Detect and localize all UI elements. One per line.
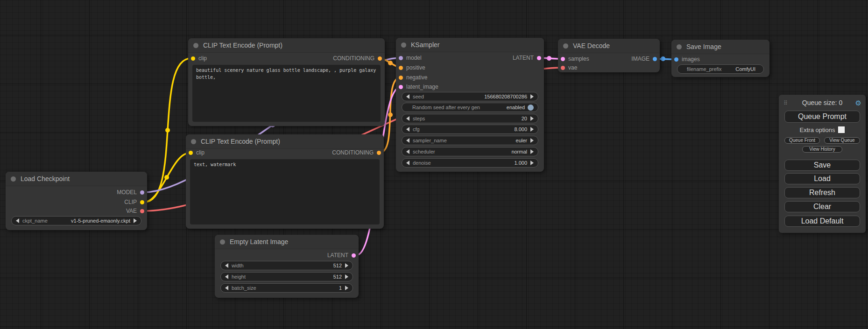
extra-options-label: Extra options	[800, 126, 835, 133]
refresh-button[interactable]: Refresh	[784, 187, 860, 198]
images-input-port[interactable]	[674, 57, 678, 62]
ckpt-name-widget[interactable]: ckpt_name v1-5-pruned-emaonly.ckpt	[11, 216, 141, 225]
load-button[interactable]: Load	[784, 173, 860, 184]
batch-size-widget[interactable]: batch_size 1	[220, 283, 353, 293]
decrement-arrow-icon[interactable]	[225, 274, 228, 279]
denoise-widget[interactable]: denoise 1.000	[402, 158, 538, 168]
node-empty-latent-image[interactable]: Empty Latent Image LATENT width 512 heig…	[215, 235, 359, 298]
input-clip: clip	[189, 149, 205, 156]
queue-front-button[interactable]: Queue Front	[784, 137, 820, 144]
collapse-dot-icon[interactable]	[191, 139, 196, 144]
collapse-dot-icon[interactable]	[220, 239, 225, 245]
samples-input-port[interactable]	[561, 57, 565, 61]
decrement-arrow-icon[interactable]	[406, 94, 409, 99]
decrement-arrow-icon[interactable]	[225, 263, 228, 268]
clip-output-port[interactable]	[140, 200, 144, 204]
cfg-widget[interactable]: cfg 8.000	[402, 125, 538, 134]
output-latent: LATENT	[513, 54, 541, 62]
negative-prompt-textarea[interactable]: text, watermark	[190, 159, 380, 224]
increment-arrow-icon[interactable]	[530, 149, 534, 154]
save-button[interactable]: Save	[784, 160, 860, 171]
node-clip-text-encode-negative[interactable]: CLIP Text Encode (Prompt) clip CONDITION…	[186, 134, 384, 229]
latent-output-port[interactable]	[537, 56, 541, 60]
filename-prefix-widget[interactable]: filename_prefix ComfyUI	[677, 64, 764, 74]
clear-button[interactable]: Clear	[784, 201, 860, 212]
load-default-button[interactable]: Load Default	[784, 216, 860, 227]
positive-input-port[interactable]	[399, 66, 403, 70]
increment-arrow-icon[interactable]	[345, 263, 348, 268]
comfyui-canvas[interactable]: { "colors": { "model_port": "#B39DDB", "…	[0, 0, 868, 329]
increment-arrow-icon[interactable]	[530, 138, 534, 143]
toggle-enabled-icon[interactable]	[528, 105, 534, 111]
input-vae: vae	[561, 64, 577, 71]
positive-prompt-textarea[interactable]: beautiful scenery nature glass bottle la…	[192, 65, 381, 122]
clip-input-port[interactable]	[189, 151, 193, 155]
negative-input-port[interactable]	[399, 76, 403, 80]
increment-arrow-icon[interactable]	[345, 274, 348, 279]
view-history-button[interactable]: View History	[802, 146, 842, 153]
collapse-dot-icon[interactable]	[11, 176, 16, 182]
decrement-arrow-icon[interactable]	[406, 161, 409, 165]
node-title-bar[interactable]: Save Image	[671, 40, 769, 54]
increment-arrow-icon[interactable]	[530, 116, 534, 121]
sampler-name-widget[interactable]: sampler_name euler	[402, 136, 538, 145]
decrement-arrow-icon[interactable]	[225, 286, 228, 290]
decrement-arrow-icon[interactable]	[406, 149, 409, 154]
node-title: KSampler	[411, 41, 439, 49]
output-latent: LATENT	[327, 252, 356, 259]
node-title-bar[interactable]: Load Checkpoint	[6, 172, 147, 186]
model-output-port[interactable]	[140, 190, 144, 195]
collapse-dot-icon[interactable]	[193, 43, 198, 48]
conditioning-output-port[interactable]	[378, 56, 382, 61]
node-ksampler[interactable]: KSampler model positive negative latent_…	[396, 38, 544, 172]
node-title-bar[interactable]: Empty Latent Image	[215, 235, 359, 249]
increment-arrow-icon[interactable]	[530, 127, 534, 132]
increment-arrow-icon[interactable]	[530, 94, 534, 99]
queue-size-label: Queue size: 0	[779, 99, 866, 106]
latent-output-port[interactable]	[352, 253, 356, 258]
seed-widget[interactable]: seed 156680208700286	[402, 92, 538, 101]
node-title-bar[interactable]: CLIP Text Encode (Prompt)	[188, 38, 385, 53]
node-title-bar[interactable]: CLIP Text Encode (Prompt)	[186, 134, 384, 149]
decrement-arrow-icon[interactable]	[406, 116, 409, 121]
height-widget[interactable]: height 512	[220, 272, 353, 281]
view-queue-button[interactable]: View Queue	[824, 137, 860, 144]
output-model: MODEL	[117, 189, 144, 196]
clip-input-port[interactable]	[191, 56, 195, 61]
output-conditioning: CONDITIONING	[333, 55, 382, 62]
node-vae-decode[interactable]: VAE Decode samples vae IMAGE	[558, 39, 660, 72]
decrement-arrow-icon[interactable]	[406, 127, 409, 132]
increment-arrow-icon[interactable]	[345, 286, 348, 290]
model-input-port[interactable]	[399, 56, 403, 60]
increment-arrow-icon[interactable]	[530, 161, 534, 165]
node-title-bar[interactable]: VAE Decode	[558, 39, 660, 53]
vae-input-port[interactable]	[561, 66, 565, 70]
collapse-dot-icon[interactable]	[401, 42, 406, 48]
node-title: Save Image	[686, 43, 721, 50]
queue-prompt-button[interactable]: Queue Prompt	[784, 111, 860, 123]
node-clip-text-encode-positive[interactable]: CLIP Text Encode (Prompt) clip CONDITION…	[188, 38, 385, 126]
steps-widget[interactable]: steps 20	[402, 114, 538, 123]
scheduler-widget[interactable]: scheduler normal	[402, 147, 538, 156]
node-title-bar[interactable]: KSampler	[396, 38, 544, 52]
decrement-arrow-icon[interactable]	[406, 138, 409, 143]
extra-options-checkbox[interactable]	[838, 126, 845, 133]
conditioning-output-port[interactable]	[377, 151, 381, 155]
input-model: model	[399, 54, 422, 62]
collapse-dot-icon[interactable]	[677, 44, 682, 49]
collapse-dot-icon[interactable]	[563, 43, 568, 49]
image-output-port[interactable]	[653, 57, 657, 61]
random-seed-toggle-widget[interactable]: Random seed after every gen enabled	[402, 103, 538, 112]
input-negative: negative	[399, 74, 427, 81]
vae-output-port[interactable]	[140, 209, 144, 213]
output-clip: CLIP	[124, 198, 144, 206]
node-title: VAE Decode	[573, 42, 610, 49]
input-samples: samples	[561, 55, 589, 63]
width-widget[interactable]: width 512	[220, 261, 353, 270]
settings-gear-icon[interactable]: ⚙	[855, 99, 861, 107]
latent-input-port[interactable]	[399, 85, 403, 89]
decrement-arrow-icon[interactable]	[16, 218, 19, 223]
node-save-image[interactable]: Save Image images filename_prefix ComfyU…	[671, 40, 769, 77]
increment-arrow-icon[interactable]	[134, 218, 137, 223]
node-load-checkpoint[interactable]: Load Checkpoint MODEL CLIP VAE ckpt_name…	[6, 172, 147, 230]
